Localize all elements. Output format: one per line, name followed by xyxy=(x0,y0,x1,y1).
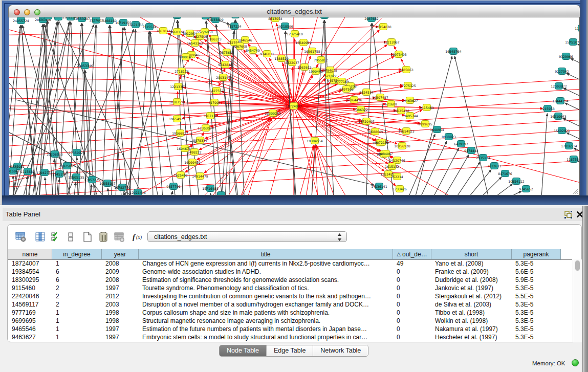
cell-pagerank[interactable]: 5.3E-5 xyxy=(512,325,561,333)
cell-title[interactable]: Structural magnetic resonance image aver… xyxy=(139,317,393,325)
network-window-titlebar[interactable]: citations_edges.txt xyxy=(8,5,580,17)
network-node[interactable] xyxy=(232,17,239,18)
cell-pagerank[interactable]: 5.3E-5 xyxy=(512,284,561,292)
cell-name[interactable]: 9465546 xyxy=(8,325,52,333)
cell-year[interactable]: 1997 xyxy=(102,333,139,341)
cell-title[interactable]: Estimation of significance thresholds fo… xyxy=(139,276,393,284)
cell-name[interactable]: 14569117 xyxy=(8,300,52,309)
table-row[interactable]: 946362711997Embryonic stem cells: a mode… xyxy=(8,333,573,341)
cell-out_de[interactable]: 0 xyxy=(393,268,431,276)
cell-name[interactable]: 22420046 xyxy=(8,292,52,300)
network-node[interactable] xyxy=(45,17,52,19)
tab-edge-table[interactable]: Edge Table xyxy=(267,345,313,356)
cell-pagerank[interactable]: 5.3E-5 xyxy=(512,300,561,309)
cell-pagerank[interactable]: 5.6E-5 xyxy=(512,268,561,276)
column-header-in_degree[interactable]: in_degree xyxy=(52,249,102,260)
cell-year[interactable]: 1997 xyxy=(102,325,139,333)
cell-in_degree[interactable]: 2 xyxy=(52,284,102,292)
cell-out_de[interactable]: 49 xyxy=(393,259,431,268)
delete-icon[interactable] xyxy=(98,231,108,245)
cell-short[interactable]: Franke et al. (2009) xyxy=(431,268,512,276)
column-header-year[interactable]: year xyxy=(102,249,139,260)
cell-year[interactable]: 1998 xyxy=(102,317,139,325)
table-row[interactable]: 977716911998Corpus callosum shape and si… xyxy=(8,309,573,317)
table-row[interactable]: 1456911722003Disruption of a novel membe… xyxy=(8,300,573,309)
cell-short[interactable]: Jankovic et al. (1997) xyxy=(431,284,512,292)
network-node[interactable] xyxy=(217,192,225,196)
function-builder-icon[interactable]: f(x) xyxy=(132,231,145,245)
new-file-icon[interactable] xyxy=(82,231,93,245)
row-selection-icon[interactable] xyxy=(51,231,61,245)
tab-network-table[interactable]: Network Table xyxy=(313,345,368,356)
cell-pagerank[interactable]: 5.5E-5 xyxy=(512,292,561,300)
cell-title[interactable]: Estimation of the future numbers of pati… xyxy=(139,325,393,333)
cell-title[interactable]: Disruption of a novel member of a sodium… xyxy=(139,300,393,309)
cell-title[interactable]: Genome-wide association studies in ADHD. xyxy=(139,268,393,276)
cell-name[interactable]: 9777169 xyxy=(8,309,52,317)
cell-in_degree[interactable]: 6 xyxy=(52,276,102,284)
cell-short[interactable]: Yano et al. (2008) xyxy=(431,259,512,268)
network-canvas[interactable]: 2405572420691406198211411055328715276026… xyxy=(9,17,580,195)
cell-name[interactable]: 9463627 xyxy=(8,333,52,341)
cell-year[interactable]: 2008 xyxy=(102,259,139,268)
column-header-name[interactable]: name xyxy=(8,249,52,260)
network-node[interactable] xyxy=(173,17,181,19)
cell-title[interactable]: Changes of HCN gene expression and I(f) … xyxy=(139,259,393,268)
cell-title[interactable]: Tourette syndrome. Phenomenology and cla… xyxy=(139,284,393,292)
cell-name[interactable]: 19384554 xyxy=(8,268,52,276)
cell-pagerank[interactable]: 5.3E-5 xyxy=(512,317,561,325)
cell-pagerank[interactable]: 5.3E-5 xyxy=(512,333,561,341)
cell-out_de[interactable]: 0 xyxy=(393,309,431,317)
window-resize-grip[interactable] xyxy=(572,187,579,194)
cell-name[interactable]: 9115460 xyxy=(8,284,52,292)
cell-short[interactable]: Wolkin et al. (1998) xyxy=(431,317,512,325)
cell-year[interactable]: 2003 xyxy=(102,300,139,309)
tab-node-table[interactable]: Node Table xyxy=(220,345,267,356)
table-row[interactable]: 2242004622012Investigating the contribut… xyxy=(8,292,573,300)
cell-title[interactable]: Investigating the contribution of common… xyxy=(139,292,393,300)
cell-in_degree[interactable]: 1 xyxy=(52,325,102,333)
cell-short[interactable]: de Silva et al. (2003) xyxy=(431,300,512,309)
column-visibility-icon[interactable] xyxy=(35,231,46,245)
cell-name[interactable]: 18724007 xyxy=(8,259,52,268)
cell-out_de[interactable]: 0 xyxy=(393,300,431,309)
table-row[interactable]: 1938455462009Genome-wide association stu… xyxy=(8,268,573,276)
cell-title[interactable]: Embryonic stem cells: a model to study s… xyxy=(139,333,393,341)
cell-title[interactable]: Corpus callosum shape and size in male p… xyxy=(139,309,393,317)
cell-in_degree[interactable]: 1 xyxy=(52,333,102,341)
cell-year[interactable]: 2009 xyxy=(102,268,139,276)
table-row[interactable]: 1872400712008Changes of HCN gene express… xyxy=(8,259,573,268)
float-panel-icon[interactable] xyxy=(564,211,572,218)
cell-out_de[interactable]: 0 xyxy=(393,325,431,333)
network-node[interactable] xyxy=(55,17,62,20)
column-header-out_de[interactable]: △out_de… xyxy=(393,249,431,260)
table-vertical-scrollbar[interactable] xyxy=(573,259,582,342)
cell-year[interactable]: 2012 xyxy=(102,292,139,300)
scrollbar-thumb[interactable] xyxy=(575,260,580,271)
cell-year[interactable]: 1998 xyxy=(102,309,139,317)
cell-in_degree[interactable]: 1 xyxy=(52,309,102,317)
network-file-select[interactable]: citations_edges.txt xyxy=(147,231,347,242)
column-header-pagerank[interactable]: pagerank xyxy=(512,249,561,260)
network-node[interactable] xyxy=(321,17,329,19)
cell-out_de[interactable]: 0 xyxy=(393,292,431,300)
cell-short[interactable]: Dudbridge et al. (2008) xyxy=(431,276,512,284)
cell-name[interactable]: 9699695 xyxy=(8,317,52,325)
cell-pagerank[interactable]: 5.3E-5 xyxy=(512,309,561,317)
cell-short[interactable]: Stergiakouli et al. (2012) xyxy=(431,292,512,300)
table-row[interactable]: 1830029562008Estimation of significance … xyxy=(8,276,573,284)
table-row[interactable]: 911546021997Tourette syndrome. Phenomeno… xyxy=(8,284,573,292)
cell-out_de[interactable]: 0 xyxy=(393,276,431,284)
cell-in_degree[interactable]: 6 xyxy=(52,268,102,276)
column-header-short[interactable]: short xyxy=(431,249,512,260)
cell-out_de[interactable]: 0 xyxy=(393,333,431,341)
cell-out_de[interactable]: 0 xyxy=(393,284,431,292)
cell-short[interactable]: Tibbo et al. (1998) xyxy=(431,309,512,317)
cell-year[interactable]: 2008 xyxy=(102,276,139,284)
cell-in_degree[interactable]: 1 xyxy=(52,317,102,325)
rows-icon[interactable] xyxy=(68,231,74,245)
cell-in_degree[interactable]: 2 xyxy=(52,292,102,300)
cell-pagerank[interactable]: 5.9E-5 xyxy=(512,276,561,284)
cell-short[interactable]: Hescheler et al. (1997) xyxy=(431,333,512,341)
cell-short[interactable]: Nakamura et al. (1997) xyxy=(431,325,512,333)
